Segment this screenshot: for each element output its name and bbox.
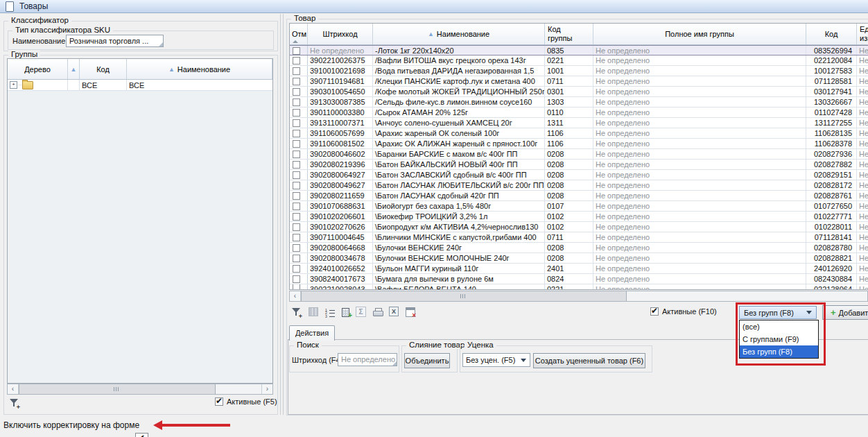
row-checkbox[interactable]	[293, 213, 300, 221]
product-row[interactable]: 3902210026375/Вафли ВИТОША вкус грецкого…	[290, 55, 868, 66]
product-row[interactable]: 3911060057699\Арахис жареный ОК соленый …	[290, 128, 868, 139]
panel-splitter[interactable]	[280, 14, 284, 415]
combo-grip-icon	[392, 361, 397, 366]
row-checkbox[interactable]	[293, 192, 300, 200]
product-row[interactable]: 3913110007371\Анчоус солено-сушеный ХАМС…	[290, 118, 868, 128]
column-header-code[interactable]: Код	[80, 59, 127, 79]
expand-plus-icon[interactable]: +	[10, 81, 17, 89]
product-row[interactable]: 3911060081502\Арахис ОК АЛИЖАН жареный с…	[290, 139, 868, 149]
row-checkbox[interactable]	[293, 130, 300, 137]
row-checkbox[interactable]	[293, 67, 300, 75]
product-row[interactable]: 3907110194681/Клецки ПАНСКИЕ картоф.лук …	[290, 76, 868, 87]
table-delete-icon[interactable]	[406, 307, 415, 317]
column-header-mark[interactable]: Отм	[290, 24, 308, 44]
row-checkbox[interactable]	[293, 109, 300, 117]
column-header-unit[interactable]: Едиизм	[857, 24, 868, 44]
row-checkbox[interactable]	[293, 140, 300, 148]
column-header-tree[interactable]: Дерево	[8, 59, 68, 79]
scroll-left-button[interactable]: ‹	[8, 384, 19, 394]
print-icon[interactable]	[373, 308, 383, 317]
column-header-name[interactable]: ▲Наименование	[373, 24, 545, 44]
row-checkbox[interactable]	[293, 88, 300, 96]
groups-active-filter[interactable]: Активные (F5)	[215, 397, 277, 406]
classifier-name-combo[interactable]: Розничная торговля ...	[66, 35, 164, 47]
row-checkbox[interactable]	[293, 57, 300, 65]
cell-barcode: 3901020206601	[308, 212, 373, 221]
filter-icon[interactable]	[290, 306, 303, 318]
column-header-sort[interactable]: ▲	[68, 59, 80, 79]
column-header-code[interactable]: Код	[806, 24, 857, 44]
scroll-right-button[interactable]: ›	[261, 384, 272, 394]
product-row[interactable]: 3907110004645\Блинчики МИНСКИЕ с капусто…	[290, 232, 868, 243]
tab-actions[interactable]: Действия	[289, 325, 335, 341]
classifier-type-label: Тип классификатора SKU	[12, 26, 113, 34]
active-f5-checkbox[interactable]	[215, 397, 223, 406]
product-row[interactable]: 3902080211659\Батон ЛАСУНАК сдобный 420г…	[290, 191, 868, 201]
product-row[interactable]: 3902080064668\Булочки ВЕНСКИЕ 240г0208Не…	[290, 243, 868, 253]
cell-full-group: Не определено	[593, 139, 806, 148]
row-checkbox[interactable]	[293, 275, 300, 283]
scrollbar-track[interactable]	[216, 384, 261, 394]
row-checkbox[interactable]	[293, 161, 300, 169]
product-row[interactable]: 3924010026652\Бульон МАГГИ куриный 110г2…	[290, 264, 868, 274]
filter-icon[interactable]	[8, 397, 21, 409]
column-header-group-code[interactable]: Кодгруппы	[545, 24, 593, 44]
products-active-filter[interactable]: Активные (F10)	[650, 307, 717, 316]
row-checkbox[interactable]	[293, 234, 300, 241]
product-row[interactable]: 3902080049627\Батон ЛАСУНАК ЛЮБИТЕЛЬСКИЙ…	[290, 180, 868, 191]
row-checkbox[interactable]	[293, 182, 300, 189]
row-checkbox[interactable]	[293, 223, 300, 231]
barcode-search-combo[interactable]: Не определено	[338, 353, 397, 366]
groups-horizontal-scrollbar[interactable]: ‹ ›	[7, 384, 273, 395]
merge-button[interactable]: Объединить	[404, 353, 450, 368]
product-row[interactable]: 3902080219396\Батон БАЙКАЛЬСКИЙ НОВЫЙ 40…	[290, 160, 868, 170]
product-row[interactable]: 3913030087385/Сельдь филе-кус.в лимон.ви…	[290, 97, 868, 108]
row-checkbox[interactable]	[293, 98, 300, 106]
row-checkbox[interactable]	[293, 119, 300, 127]
scroll-left-button[interactable]: ‹	[290, 291, 301, 301]
product-row[interactable]: 3902210028043\Вафли БЕЛОРА ВЕНТА 1400221…	[290, 284, 868, 289]
row-checkbox[interactable]	[293, 255, 300, 262]
row-checkbox[interactable]	[293, 265, 300, 273]
product-row[interactable]: 3901020270626\Биопродукт к/м АКТИВИА 4,2…	[290, 222, 868, 232]
columns-icon[interactable]	[307, 306, 320, 318]
product-row[interactable]: 3901100003380/Сырок АТАМАН 20% 125г0110Н…	[290, 108, 868, 118]
product-row[interactable]: 3902080064927\Батон ЗАСЛАВСКИЙ сдобный в…	[290, 170, 868, 180]
calculator-add-icon[interactable]	[342, 308, 349, 317]
column-header-full-group[interactable]: Полное имя группы	[593, 24, 806, 44]
product-row[interactable]: 3908240017673\Бумага для выпечки в рулон…	[290, 274, 868, 284]
product-horizontal-scrollbar[interactable]: ‹	[289, 291, 868, 302]
row-checkbox[interactable]	[293, 78, 300, 85]
tree-row-all[interactable]: + ·· ВСЕ ВСЕ	[8, 80, 272, 91]
row-checkbox[interactable]	[293, 203, 300, 210]
markdown-create-button[interactable]: Создать уцененный товар (F6)	[533, 353, 645, 368]
product-row[interactable]: Не определено-Лоток 1кг 220x140x200835Не…	[290, 45, 868, 55]
product-row[interactable]: 3903010054650/Кофе молотый ЖОКЕЙ ТРАДИЦИ…	[290, 87, 868, 97]
tree-cell: + ··	[8, 80, 68, 90]
row-checkbox[interactable]	[293, 171, 300, 179]
search-label: Поиск	[294, 341, 322, 349]
row-checkbox[interactable]	[293, 151, 300, 158]
excel-export-icon[interactable]: X	[388, 306, 401, 318]
cell-group-code: 1311	[545, 118, 593, 128]
row-checkbox[interactable]	[293, 244, 300, 252]
row-checkbox[interactable]	[293, 47, 300, 55]
add-button[interactable]: + Добавить	[822, 305, 868, 320]
row-checkbox[interactable]	[293, 284, 300, 289]
enable-correction-checkbox[interactable]	[135, 433, 148, 437]
active-f10-checkbox[interactable]	[650, 307, 659, 316]
column-header-barcode[interactable]: Штрихкод	[308, 24, 373, 44]
product-row[interactable]: 3910010021698/Вода питьевая ДАРИДА негаз…	[290, 66, 868, 76]
scrollbar-track[interactable]	[627, 291, 867, 301]
column-header-name[interactable]: ▲Наименование	[127, 59, 272, 79]
cell-barcode: 3911060081502	[308, 139, 373, 148]
product-row[interactable]: 3901020206601\Биокефир ТРОИЦКИЙ 3,2% 1л0…	[290, 212, 868, 222]
product-row[interactable]: 3902080046602\Баранки БАРСКИЕ с маком в/…	[290, 149, 868, 160]
product-row[interactable]: 3901070688631\Биойогурт без сахара 1,5% …	[290, 201, 868, 212]
product-row[interactable]: 3902080034678\Булочки ВЕНСКИЕ МОЛОЧНЫЕ 2…	[290, 253, 868, 264]
markdown-dropdown[interactable]: Без уцен. (F5)	[462, 353, 530, 367]
sum-icon[interactable]: Σ	[355, 306, 367, 318]
numbered-list-icon[interactable]	[325, 308, 335, 317]
scrollbar-thumb[interactable]	[301, 291, 627, 301]
scrollbar-thumb[interactable]	[19, 384, 216, 394]
